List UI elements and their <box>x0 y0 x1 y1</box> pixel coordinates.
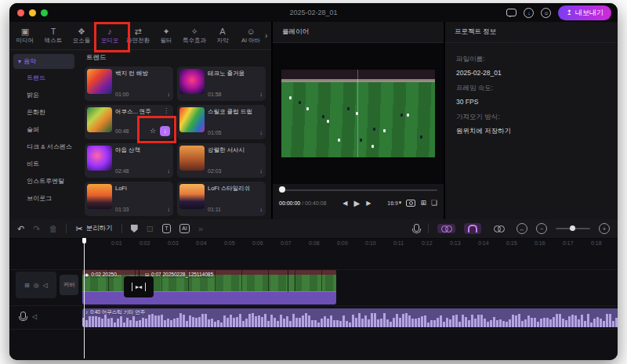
transition-clip[interactable]: ▸◂ <box>124 276 154 297</box>
player-scrubber[interactable] <box>279 186 437 193</box>
scrubber-knob[interactable] <box>279 186 285 193</box>
elements-icon: ❖ <box>78 27 85 36</box>
export-button[interactable]: ↥ 내보내기 <box>558 5 611 20</box>
minimize-window-button[interactable] <box>29 9 36 16</box>
music-thumbnail <box>87 107 112 132</box>
redo-button[interactable]: ↷ <box>33 225 40 233</box>
download-icon[interactable]: ↓ <box>259 168 263 175</box>
mask-icon[interactable] <box>131 225 138 232</box>
track-mute-icon[interactable]: ◁ <box>43 282 48 289</box>
record-icon[interactable] <box>20 312 26 319</box>
play-button[interactable]: ▶ <box>353 199 360 207</box>
timeline-zoom-slider[interactable] <box>556 228 590 229</box>
music-card[interactable]: LoFi 스타일리쉬 01:11↓ <box>177 182 266 216</box>
more-tabs-chevron-icon[interactable]: › <box>265 31 267 40</box>
snap-toggle[interactable] <box>464 223 481 234</box>
music-thumbnail <box>179 184 205 209</box>
download-icon[interactable]: ↓ <box>259 129 263 136</box>
download-icon[interactable]: ↓ <box>167 91 170 98</box>
music-card[interactable]: 스릴코 클럽 드림 01:05↓ <box>177 105 266 139</box>
video-clip-group[interactable]: ◉0:02 20250... ⊡0:07 20250228_125114085 <box>82 270 336 305</box>
chevron-down-icon: ▾ <box>399 200 402 206</box>
zoom-slider-knob[interactable] <box>570 225 575 231</box>
track-size-icon[interactable]: ⊞ <box>24 282 30 289</box>
text-icon: T <box>51 27 56 36</box>
sidebar-item-instrumental[interactable]: 인스트루멘탈 <box>13 172 82 189</box>
grid-icon[interactable]: ⊞ <box>420 199 426 207</box>
download-icon[interactable]: ↓ <box>524 8 534 18</box>
playhead[interactable] <box>84 238 85 359</box>
music-card[interactable]: 강렬한 서사시 02:03↓ <box>177 143 266 178</box>
undo-button[interactable]: ↶ <box>17 225 24 233</box>
link-icon <box>441 225 451 232</box>
section-title: 트렌드 <box>86 53 266 63</box>
titlebar: 2025-02-28_01 ↓ ☺ ↥ 내보내기 <box>9 3 618 22</box>
music-thumbnail <box>179 69 205 94</box>
record-voiceover-icon[interactable] <box>414 224 419 232</box>
crop-icon[interactable]: ⊡ <box>147 225 154 233</box>
sidebar-item-bright[interactable]: 밝은 <box>13 86 82 103</box>
quick-text-button[interactable]: T <box>162 224 171 233</box>
audio-category-sidebar: ▾ 음악 트렌드 밝은 온화한 슬퍼 다크 & 서스펜스 비트 인스트루멘탈 브… <box>9 50 82 219</box>
music-card[interactable]: 야음 산책 02:48↓ <box>85 143 173 178</box>
sidebar-group-music[interactable]: ▾ 음악 <box>13 54 74 69</box>
link-clips-toggle[interactable] <box>490 224 508 233</box>
sidebar-item-gentle[interactable]: 온화한 <box>13 103 82 121</box>
music-thumbnail <box>87 146 112 171</box>
account-icon[interactable]: ☺ <box>541 8 551 18</box>
sidebar-item-dark-suspense[interactable]: 다크 & 서스펜스 <box>13 138 82 155</box>
zoom-out-icon[interactable]: − <box>536 223 547 234</box>
project-info-panel: 프로젝트 정보 파일이름: 2025-02-28_01 프레임 속도: 30 F… <box>445 22 618 219</box>
speed-icon[interactable]: » <box>198 225 203 233</box>
ruler-tick: 0:03 <box>168 240 179 246</box>
track-mute-icon[interactable]: ◁ <box>32 313 37 320</box>
zoom-window-button[interactable] <box>41 9 48 16</box>
previous-frame-button[interactable]: ◀ <box>342 200 347 207</box>
zoom-in-icon[interactable]: + <box>599 223 610 234</box>
music-card[interactable]: LoFi 01:33↓ <box>85 182 173 216</box>
tab-captions[interactable]: A자막 <box>208 27 237 45</box>
tab-text[interactable]: T텍스트 <box>39 27 67 45</box>
download-icon[interactable]: ↓ <box>167 206 170 213</box>
ai-copilot-button[interactable]: AI <box>179 224 190 233</box>
tab-media[interactable]: ▣미디어 <box>11 27 39 45</box>
split-button[interactable]: ✂분리하기 <box>75 224 112 233</box>
sidebar-item-trend[interactable]: 트렌드 <box>13 69 82 86</box>
fullscreen-icon[interactable]: ❏ <box>431 199 437 207</box>
music-card[interactable]: 백지 런 해방 01:00↓ <box>85 67 173 101</box>
track-hide-icon[interactable]: ◎ <box>34 282 39 289</box>
music-card-acoustic[interactable]: 어쿠스... 연주 00:48 ☆ ↓ ⋮ <box>85 105 173 139</box>
sidebar-item-vlog[interactable]: 브이로그 <box>13 189 82 207</box>
tab-filters[interactable]: ✦필터 <box>152 27 180 45</box>
sidebar-item-sad[interactable]: 슬퍼 <box>13 121 82 138</box>
tab-transitions[interactable]: ⇄화면전환 <box>124 27 152 45</box>
delete-button[interactable]: 🗑︎ <box>49 225 57 233</box>
timeline-ruler[interactable]: 0:010:020:030:040:050:060:070:080:090:10… <box>9 238 618 249</box>
ruler-tick: 0:06 <box>252 240 263 246</box>
ruler-tick: 0:12 <box>422 240 433 246</box>
next-frame-button[interactable]: ▶ <box>366 200 371 207</box>
aspect-ratio-dropdown[interactable]: 16:9▾ <box>387 200 401 206</box>
download-icon[interactable]: ↓ <box>259 206 263 213</box>
video-track-header: ⊞ ◎ ◁ <box>16 272 56 298</box>
fit-timeline-icon[interactable]: ↔ <box>516 223 527 234</box>
snapshot-icon[interactable] <box>406 200 415 207</box>
tab-ai-avatar[interactable]: ☺AI 아바 <box>237 27 265 45</box>
cover-button[interactable]: 커버 <box>60 275 78 295</box>
export-label: 내보내기 <box>575 8 603 18</box>
tab-elements[interactable]: ❖요소들 <box>67 27 96 45</box>
feedback-icon[interactable] <box>506 9 516 16</box>
download-icon[interactable]: ↓ <box>259 91 263 98</box>
audio-clip[interactable]: ♪0:40 어쿠스틱 기타 연주 <box>82 308 618 327</box>
more-menu-icon[interactable]: ⋮ <box>163 108 169 114</box>
sidebar-item-beat[interactable]: 비트 <box>13 155 82 172</box>
tab-audio[interactable]: ♪오디오 <box>96 27 124 45</box>
auto-ripple-toggle[interactable] <box>437 224 455 233</box>
download-icon[interactable]: ↓ <box>167 168 170 175</box>
tab-effects[interactable]: ✧특수효과 <box>180 27 208 45</box>
close-window-button[interactable] <box>17 9 24 16</box>
add-to-timeline-button[interactable]: ↓ <box>160 126 170 136</box>
music-card[interactable]: 테크노 즐거움 01:58↓ <box>177 67 266 101</box>
ruler-tick: 0:14 <box>478 240 489 246</box>
favorite-star-icon[interactable]: ☆ <box>150 128 156 135</box>
